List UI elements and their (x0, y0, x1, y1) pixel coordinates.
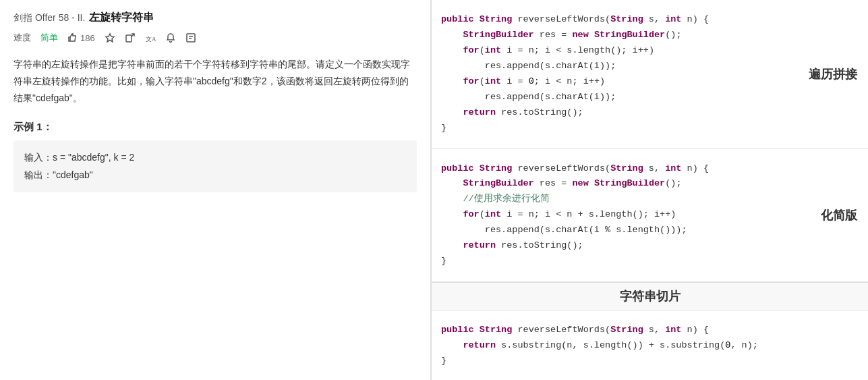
note-button[interactable] (185, 32, 196, 43)
like-count: 186 (80, 33, 95, 43)
note-icon (185, 32, 196, 43)
right-panel: public String reverseLeftWords(String s,… (432, 0, 868, 380)
code-block-1: public String reverseLeftWords(String s,… (432, 7, 868, 142)
problem-title: 左旋转字符串 (89, 11, 154, 25)
bell-button[interactable] (165, 32, 176, 43)
thumbs-up-icon (67, 32, 78, 43)
star-button[interactable] (105, 32, 115, 43)
difficulty-value: 简单 (40, 32, 58, 44)
code-section-simplified: public String reverseLeftWords(String s,… (432, 149, 868, 283)
bell-icon (165, 32, 176, 43)
meta-row: 难度 简单 186 文A (13, 32, 417, 44)
code-block-3: public String reverseLeftWords(String s,… (432, 317, 868, 375)
title-prefix: 剑指 Offer 58 - II. (13, 12, 85, 24)
problem-title-row: 剑指 Offer 58 - II. 左旋转字符串 (13, 11, 417, 25)
star-icon (105, 32, 115, 43)
svg-text:文A: 文A (146, 36, 156, 43)
section3-label-row: 字符串切片 (432, 282, 868, 310)
svg-rect-3 (187, 34, 195, 42)
svg-rect-1 (126, 35, 132, 42)
problem-description: 字符串的左旋转操作是把字符串前面的若干个字符转移到字符串的尾部。请定义一个函数实… (13, 56, 417, 107)
share-icon (125, 32, 136, 43)
translate-button[interactable]: 文A (145, 32, 156, 43)
like-button[interactable]: 186 (67, 32, 95, 43)
code-section-traverse: public String reverseLeftWords(String s,… (432, 0, 868, 149)
example-output: 输出："cdefgab" (24, 166, 406, 184)
example-box: 输入：s = "abcdefg", k = 2 输出："cdefgab" (13, 140, 417, 192)
share-button[interactable] (125, 32, 136, 43)
translate-icon: 文A (145, 32, 156, 43)
left-panel: 剑指 Offer 58 - II. 左旋转字符串 难度 简单 186 文A (0, 0, 432, 380)
example-title: 示例 1： (13, 121, 417, 134)
svg-marker-0 (106, 34, 114, 42)
difficulty-label: 难度 (13, 32, 31, 44)
section3-label: 字符串切片 (620, 290, 681, 303)
code-section-slice: public String reverseLeftWords(String s,… (432, 310, 868, 380)
example-input: 输入：s = "abcdefg", k = 2 (24, 148, 406, 167)
code-block-2: public String reverseLeftWords(String s,… (432, 156, 868, 275)
